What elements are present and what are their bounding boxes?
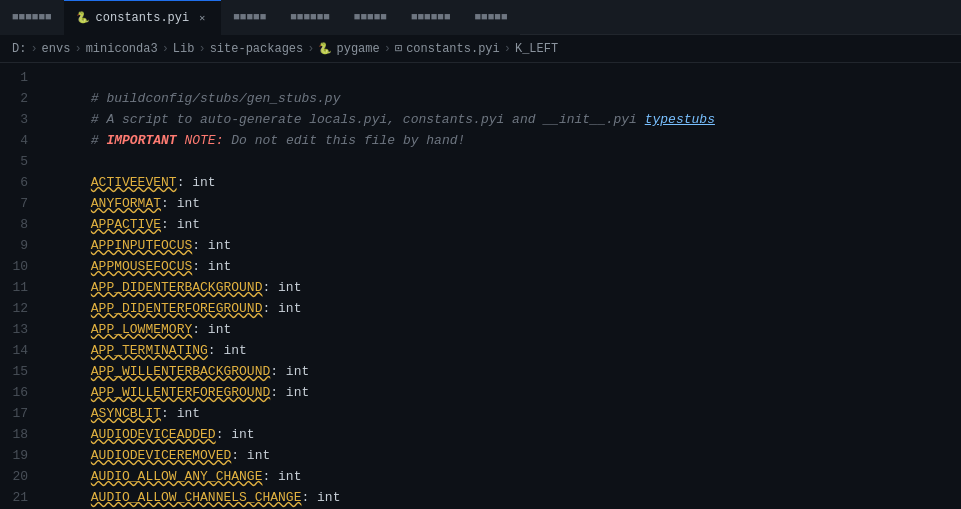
breadcrumb-site-packages[interactable]: site-packages (210, 42, 304, 56)
breadcrumb-pygame-icon: 🐍 (318, 42, 332, 55)
breadcrumb-envs[interactable]: envs (42, 42, 71, 56)
breadcrumb-lib[interactable]: Lib (173, 42, 195, 56)
breadcrumb-pygame[interactable]: pygame (336, 42, 379, 56)
tab-4[interactable]: ■■■■■■ (278, 0, 342, 35)
code-line-1: # buildconfig/stubs/gen_stubs.py (44, 67, 961, 88)
code-area[interactable]: # buildconfig/stubs/gen_stubs.py # A scr… (40, 63, 961, 509)
tab-4-label: ■■■■■■ (290, 11, 330, 23)
python-icon: 🐍 (76, 11, 90, 25)
close-icon[interactable]: ✕ (195, 11, 209, 25)
tab-constants-pyi[interactable]: 🐍 constants.pyi ✕ (64, 0, 222, 35)
breadcrumb-file[interactable]: constants.pyi (406, 42, 500, 56)
breadcrumb-file-icon: ⊡ (395, 41, 402, 56)
tab-1-label: ■■■■■■ (12, 11, 52, 23)
tab-constants-label: constants.pyi (96, 11, 190, 25)
code-line-5: ACTIVEEVENT: int (44, 151, 961, 172)
tab-3-label: ■■■■■ (233, 11, 266, 23)
breadcrumb-drive[interactable]: D: (12, 42, 26, 56)
tab-6-label: ■■■■■■ (411, 11, 451, 23)
breadcrumb-symbol[interactable]: K_LEFT (515, 42, 558, 56)
tab-1[interactable]: ■■■■■■ (0, 0, 64, 35)
tab-bar: ■■■■■■ 🐍 constants.pyi ✕ ■■■■■ ■■■■■■ ■■… (0, 0, 961, 35)
tab-5-label: ■■■■■ (354, 11, 387, 23)
breadcrumb: D: › envs › miniconda3 › Lib › site-pack… (0, 35, 961, 63)
breadcrumb-miniconda[interactable]: miniconda3 (86, 42, 158, 56)
tab-6[interactable]: ■■■■■■ (399, 0, 463, 35)
line-numbers: 1 2 3 4 5 6 7 8 9 10 11 12 13 14 15 16 1… (0, 63, 40, 509)
editor: 1 2 3 4 5 6 7 8 9 10 11 12 13 14 15 16 1… (0, 63, 961, 509)
tab-7-label: ■■■■■ (474, 11, 507, 23)
tab-3[interactable]: ■■■■■ (221, 0, 278, 35)
tab-7[interactable]: ■■■■■ (462, 0, 519, 35)
tab-5[interactable]: ■■■■■ (342, 0, 399, 35)
